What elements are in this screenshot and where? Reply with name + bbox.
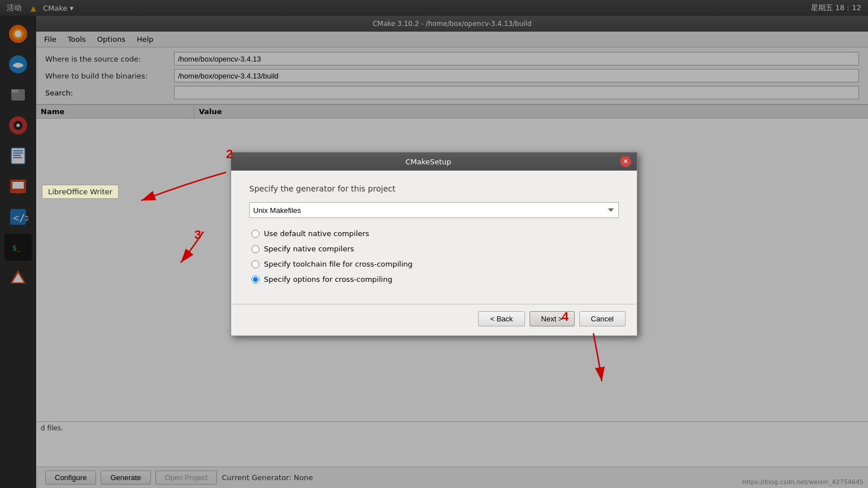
radio-item-2[interactable]: Specify toolchain file for cross-compili… <box>251 260 619 268</box>
radio-label-3: Specify options for cross-compiling <box>264 275 392 284</box>
dialog-titlebar: CMakeSetup ✕ <box>231 152 637 171</box>
cmakesetup-dialog: CMakeSetup ✕ Specify the generator for t… <box>231 152 637 336</box>
radio-specify-native[interactable] <box>251 245 259 253</box>
radio-label-2: Specify toolchain file for cross-compili… <box>264 260 413 268</box>
radio-item-3[interactable]: Specify options for cross-compiling <box>251 275 619 284</box>
cancel-button[interactable]: Cancel <box>579 311 626 326</box>
dialog-close-button[interactable]: ✕ <box>620 156 631 167</box>
generator-select[interactable]: Unix Makefiles Ninja CodeBlocks - Unix M… <box>249 202 619 218</box>
dialog-subtitle: Specify the generator for this project <box>249 184 619 193</box>
back-button[interactable]: < Back <box>478 311 524 326</box>
radio-cross-compile[interactable] <box>251 276 259 284</box>
dialog-footer: < Back Next > Cancel <box>231 304 637 336</box>
dialog-title: CMakeSetup <box>237 158 620 166</box>
radio-default-native[interactable] <box>251 230 259 238</box>
radio-label-0: Use default native compilers <box>264 229 369 238</box>
radio-item-1[interactable]: Specify native compilers <box>251 245 619 253</box>
dialog-body: Specify the generator for this project U… <box>231 171 637 295</box>
modal-overlay: CMakeSetup ✕ Specify the generator for t… <box>0 0 868 488</box>
radio-label-1: Specify native compilers <box>264 245 354 253</box>
next-button[interactable]: Next > <box>530 311 575 326</box>
radio-toolchain[interactable] <box>251 260 259 268</box>
compiler-radio-group: Use default native compilers Specify nat… <box>249 229 619 284</box>
radio-item-0[interactable]: Use default native compilers <box>251 229 619 238</box>
